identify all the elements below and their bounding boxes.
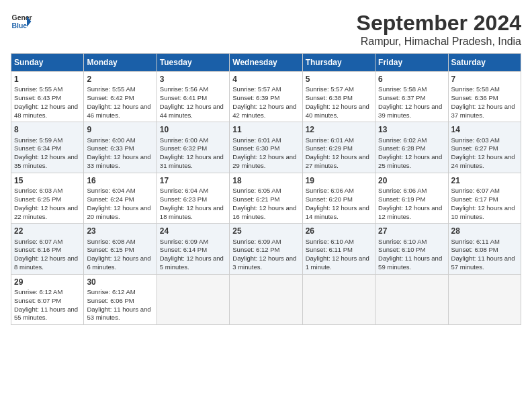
day-number: 29 <box>14 277 81 287</box>
calendar-day-cell: 26Sunrise: 6:10 AMSunset: 6:11 PMDayligh… <box>302 224 375 274</box>
title-section: September 2024 Rampur, Himachal Pradesh,… <box>357 11 521 48</box>
page-subtitle: Rampur, Himachal Pradesh, India <box>357 36 521 48</box>
calendar-table: Sunday Monday Tuesday Wednesday Thursday… <box>11 53 521 325</box>
day-number: 12 <box>306 124 372 135</box>
col-thursday: Thursday <box>302 54 375 72</box>
day-number: 28 <box>451 226 518 236</box>
calendar-day-cell: 13Sunrise: 6:02 AMSunset: 6:28 PMDayligh… <box>375 122 448 173</box>
day-number: 26 <box>306 226 372 236</box>
calendar-day-cell: 11Sunrise: 6:01 AMSunset: 6:30 PMDayligh… <box>230 122 302 173</box>
day-number: 8 <box>14 124 81 135</box>
calendar-day-cell: 3Sunrise: 5:56 AMSunset: 6:41 PMDaylight… <box>157 72 229 122</box>
day-number: 15 <box>14 175 81 186</box>
day-number: 16 <box>87 175 153 186</box>
day-number: 25 <box>232 226 299 236</box>
day-number: 27 <box>378 226 445 236</box>
logo: General Blue <box>11 11 32 32</box>
calendar-day-cell: 30Sunrise: 6:12 AMSunset: 6:06 PMDayligh… <box>84 274 157 324</box>
calendar-day-cell: 8Sunrise: 5:59 AMSunset: 6:34 PMDaylight… <box>11 122 84 173</box>
day-number: 20 <box>378 175 445 186</box>
calendar-day-cell: 23Sunrise: 6:08 AMSunset: 6:15 PMDayligh… <box>84 224 157 274</box>
calendar-day-cell: 17Sunrise: 6:04 AMSunset: 6:23 PMDayligh… <box>157 173 229 223</box>
calendar-day-cell: 5Sunrise: 5:57 AMSunset: 6:38 PMDaylight… <box>302 72 375 122</box>
day-number: 18 <box>232 175 299 186</box>
day-number: 4 <box>232 74 299 85</box>
calendar-day-cell: 12Sunrise: 6:01 AMSunset: 6:29 PMDayligh… <box>302 122 375 173</box>
day-number: 30 <box>87 277 153 287</box>
calendar-day-cell: 29Sunrise: 6:12 AMSunset: 6:07 PMDayligh… <box>11 274 84 324</box>
calendar-day-cell: 21Sunrise: 6:07 AMSunset: 6:17 PMDayligh… <box>448 173 521 223</box>
col-wednesday: Wednesday <box>230 54 302 72</box>
calendar-day-cell: 4Sunrise: 5:57 AMSunset: 6:39 PMDaylight… <box>230 72 302 122</box>
calendar-day-cell: 22Sunrise: 6:07 AMSunset: 6:16 PMDayligh… <box>11 224 84 274</box>
day-number: 23 <box>87 226 153 236</box>
page-header: General Blue September 2024 Rampur, Hima… <box>11 11 521 48</box>
day-number: 3 <box>160 74 226 85</box>
calendar-day-cell: 19Sunrise: 6:06 AMSunset: 6:20 PMDayligh… <box>302 173 375 223</box>
logo-icon: General Blue <box>11 11 32 32</box>
calendar-day-cell: 24Sunrise: 6:09 AMSunset: 6:14 PMDayligh… <box>157 224 229 274</box>
day-number: 10 <box>160 124 226 135</box>
calendar-day-cell <box>375 274 448 324</box>
day-number: 7 <box>451 74 518 85</box>
calendar-day-cell: 7Sunrise: 5:58 AMSunset: 6:36 PMDaylight… <box>448 72 521 122</box>
day-number: 2 <box>87 74 153 85</box>
calendar-day-cell: 14Sunrise: 6:03 AMSunset: 6:27 PMDayligh… <box>448 122 521 173</box>
day-number: 22 <box>14 226 81 236</box>
calendar-day-cell: 6Sunrise: 5:58 AMSunset: 6:37 PMDaylight… <box>375 72 448 122</box>
day-number: 14 <box>451 124 518 135</box>
calendar-week-row: 8Sunrise: 5:59 AMSunset: 6:34 PMDaylight… <box>11 122 521 173</box>
calendar-day-cell: 1Sunrise: 5:55 AMSunset: 6:43 PMDaylight… <box>11 72 84 122</box>
calendar-day-cell <box>230 274 302 324</box>
day-number: 9 <box>87 124 153 135</box>
calendar-day-cell: 28Sunrise: 6:11 AMSunset: 6:08 PMDayligh… <box>448 224 521 274</box>
calendar-day-cell: 15Sunrise: 6:03 AMSunset: 6:25 PMDayligh… <box>11 173 84 223</box>
col-friday: Friday <box>375 54 448 72</box>
day-number: 19 <box>306 175 372 186</box>
calendar-week-row: 15Sunrise: 6:03 AMSunset: 6:25 PMDayligh… <box>11 173 521 223</box>
calendar-day-cell: 9Sunrise: 6:00 AMSunset: 6:33 PMDaylight… <box>84 122 157 173</box>
day-number: 13 <box>378 124 445 135</box>
col-sunday: Sunday <box>11 54 84 72</box>
calendar-day-cell: 25Sunrise: 6:09 AMSunset: 6:12 PMDayligh… <box>230 224 302 274</box>
day-number: 17 <box>160 175 226 186</box>
day-number: 21 <box>451 175 518 186</box>
calendar-week-row: 1Sunrise: 5:55 AMSunset: 6:43 PMDaylight… <box>11 72 521 122</box>
weekday-header-row: Sunday Monday Tuesday Wednesday Thursday… <box>11 54 521 72</box>
calendar-day-cell: 20Sunrise: 6:06 AMSunset: 6:19 PMDayligh… <box>375 173 448 223</box>
day-number: 5 <box>306 74 372 85</box>
page-title: September 2024 <box>357 11 521 36</box>
day-number: 6 <box>378 74 445 85</box>
day-number: 24 <box>160 226 226 236</box>
col-monday: Monday <box>84 54 157 72</box>
svg-text:Blue: Blue <box>12 22 28 30</box>
calendar-day-cell <box>448 274 521 324</box>
calendar-day-cell: 27Sunrise: 6:10 AMSunset: 6:10 PMDayligh… <box>375 224 448 274</box>
calendar-day-cell <box>157 274 229 324</box>
calendar-week-row: 29Sunrise: 6:12 AMSunset: 6:07 PMDayligh… <box>11 274 521 324</box>
day-number: 1 <box>14 74 81 85</box>
col-tuesday: Tuesday <box>157 54 229 72</box>
calendar-week-row: 22Sunrise: 6:07 AMSunset: 6:16 PMDayligh… <box>11 224 521 274</box>
day-number: 11 <box>232 124 299 135</box>
calendar-day-cell: 16Sunrise: 6:04 AMSunset: 6:24 PMDayligh… <box>84 173 157 223</box>
col-saturday: Saturday <box>448 54 521 72</box>
calendar-day-cell <box>302 274 375 324</box>
calendar-day-cell: 10Sunrise: 6:00 AMSunset: 6:32 PMDayligh… <box>157 122 229 173</box>
calendar-day-cell: 2Sunrise: 5:55 AMSunset: 6:42 PMDaylight… <box>84 72 157 122</box>
calendar-day-cell: 18Sunrise: 6:05 AMSunset: 6:21 PMDayligh… <box>230 173 302 223</box>
